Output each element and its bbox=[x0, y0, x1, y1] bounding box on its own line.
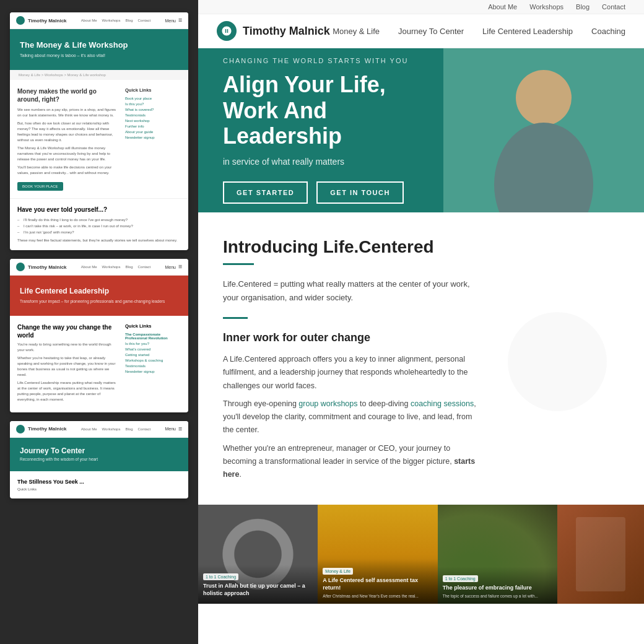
blog-card-3-excerpt: The topic of success and failure comes u… bbox=[443, 593, 552, 599]
inner-work-para3: Whether you're an entrepreneur, manager … bbox=[223, 442, 483, 482]
hero-tagline: in service of what really matters bbox=[223, 157, 441, 167]
card1-body-2: But, how often do we look closer at our … bbox=[17, 121, 119, 143]
blog-card-3-overlay: 1 to 1 Coaching The pleasure of embracin… bbox=[438, 567, 557, 604]
intro-circle-decoration bbox=[495, 237, 619, 486]
ql2-compassionate[interactable]: The Compassionate Professional Revolutio… bbox=[125, 333, 181, 340]
have-you-item-1: I'll finally do this thing I long to do … bbox=[17, 218, 181, 222]
preview-logo-3: Timothy Malnick bbox=[16, 425, 67, 433]
ql-next[interactable]: Next workshop bbox=[125, 119, 181, 123]
ql-testimonials[interactable]: Testimonials bbox=[125, 113, 181, 117]
top-nav-contact[interactable]: Contact bbox=[602, 3, 625, 11]
inner-work-heading: Inner work for outer change bbox=[223, 331, 483, 344]
left-preview-column: Timothy Malnick About Me Workshops Blog … bbox=[0, 0, 198, 644]
top-nav-workshops[interactable]: Workshops bbox=[529, 3, 564, 11]
nav-money-life[interactable]: Money & Life bbox=[333, 27, 380, 36]
ql2-testimonials[interactable]: Testimonials bbox=[125, 364, 181, 368]
preview-nav-2: Timothy Malnick About Me Workshops Blog … bbox=[10, 259, 188, 276]
card1-quick-links: Quick Links Book your place Is this you?… bbox=[125, 87, 181, 191]
site-nav-menu: Money & Life Journey To Center Life Cent… bbox=[333, 27, 625, 36]
btn-get-in-touch[interactable]: GET IN TOUCH bbox=[316, 181, 404, 204]
ql2-workshops[interactable]: Workshops & coaching bbox=[125, 359, 181, 362]
preview-logo-icon-3 bbox=[16, 425, 25, 433]
site-main-nav: Timothy Malnick Money & Life Journey To … bbox=[198, 14, 644, 48]
preview-nav-right-1: Menu ☰ bbox=[165, 18, 182, 23]
inner-work-para2: Through eye-opening group workshops to d… bbox=[223, 398, 483, 437]
card1-main: Money makes the world go around, right? … bbox=[17, 87, 119, 191]
preview-nav-3: Timothy Malnick About Me Workshops Blog … bbox=[10, 421, 188, 438]
card1-content: Money makes the world go around, right? … bbox=[10, 80, 188, 198]
intro-text: Introducing Life.Centered Life.Centered … bbox=[223, 237, 483, 486]
ql-guide[interactable]: About your guide bbox=[125, 130, 181, 134]
card2-main: Change the way you change the world You'… bbox=[17, 323, 119, 405]
blog-card-1-overlay: 1 to 1 Coaching Trust in Allah but tie u… bbox=[198, 565, 318, 604]
portrait-inner bbox=[557, 505, 644, 604]
ql-covered[interactable]: What is covered? bbox=[125, 108, 181, 111]
ql2-covered[interactable]: What's covered bbox=[125, 347, 181, 351]
top-nav-blog[interactable]: Blog bbox=[576, 3, 590, 11]
blog-card-3-tag: 1 to 1 Coaching bbox=[443, 575, 478, 582]
ql2-isthisfor[interactable]: Is this for you? bbox=[125, 342, 181, 346]
blog-card-2[interactable]: Money & Life A Life Centered self assess… bbox=[318, 505, 437, 604]
have-you-item-2: I can't take this risk – at work, or in … bbox=[17, 224, 181, 228]
card1-have-you-heading: Have you ever told yourself...? bbox=[17, 206, 181, 213]
site-wrapper: About Me Workshops Blog Contact Timothy … bbox=[198, 0, 644, 644]
portrait-section bbox=[557, 505, 644, 604]
blog-card-2-overlay: Money & Life A Life Centered self assess… bbox=[318, 559, 437, 604]
nav-journey[interactable]: Journey To Center bbox=[398, 27, 464, 36]
btn-get-started[interactable]: GET STARTED bbox=[223, 181, 308, 204]
card1-hero-subtitle: Talking about money is taboo – it's also… bbox=[20, 53, 178, 58]
card1-main-heading: Money makes the world go around, right? bbox=[17, 87, 119, 103]
nav-coaching[interactable]: Coaching bbox=[591, 27, 625, 36]
blog-card-2-title: A Life Centered self assessment tax retu… bbox=[323, 577, 432, 591]
inner-work-para1: A Life.Centered approach offers you a ke… bbox=[223, 353, 483, 393]
card3-hero-subtitle: Reconnecting with the wisdom of your hea… bbox=[20, 457, 178, 461]
coaching-sessions-link[interactable]: coaching sessions bbox=[411, 399, 474, 408]
card1-book-btn[interactable]: BOOK YOUR PLACE bbox=[17, 182, 63, 191]
ql2-newsletter[interactable]: Newsletter signup bbox=[125, 370, 181, 373]
bottom-section: 1 to 1 Coaching Trust in Allah but tie u… bbox=[198, 505, 644, 604]
card1-body-4: You'll become able to make life decision… bbox=[17, 165, 119, 176]
card2-quick-links: Quick Links The Compassionate Profession… bbox=[125, 323, 181, 405]
preview-card-leadership: Timothy Malnick About Me Workshops Blog … bbox=[10, 259, 188, 412]
ql-newsletter[interactable]: Newsletter signup bbox=[125, 136, 181, 139]
preview-logo-1: Timothy Malnick bbox=[16, 16, 67, 25]
hero-buttons: GET STARTED GET IN TOUCH bbox=[223, 181, 441, 204]
group-workshops-link[interactable]: group workshops bbox=[298, 399, 357, 408]
intro-body: Life.Centered = putting what really matt… bbox=[223, 277, 483, 305]
hero-title-line1: Align Your Life, bbox=[223, 72, 386, 97]
preview-card-journey: Timothy Malnick About Me Workshops Blog … bbox=[10, 421, 188, 498]
ql-book[interactable]: Book your place bbox=[125, 97, 181, 100]
card1-have-you: Have you ever told yourself...? I'll fin… bbox=[10, 198, 188, 250]
preview-nav-1: Timothy Malnick About Me Workshops Blog … bbox=[10, 12, 188, 29]
card1-body-3: The Money & Life Workshop will illuminat… bbox=[17, 146, 119, 162]
intro-section: Introducing Life.Centered Life.Centered … bbox=[198, 212, 644, 505]
preview-logo-2: Timothy Malnick bbox=[16, 263, 67, 271]
card1-hero-title: The Money & Life Workshop bbox=[20, 40, 178, 51]
blog-cards: 1 to 1 Coaching Trust in Allah but tie u… bbox=[198, 505, 557, 604]
right-main-column: About Me Workshops Blog Contact Timothy … bbox=[198, 0, 644, 644]
blog-card-1[interactable]: 1 to 1 Coaching Trust in Allah but tie u… bbox=[198, 505, 318, 604]
preview-nav-links-2: About Me Workshops Blog Contact bbox=[81, 265, 150, 269]
card3-teaser-body: Quick Links bbox=[17, 487, 181, 491]
card3-hero-title: Journey To Center bbox=[20, 446, 178, 455]
card3-teaser: The Stillness You Seek ... Quick Links bbox=[10, 471, 188, 498]
blog-card-2-tag: Money & Life bbox=[323, 568, 353, 575]
hero-title: Align Your Life, Work And Leadership bbox=[223, 72, 441, 149]
site-logo: Timothy Malnick bbox=[217, 21, 330, 41]
hero-person bbox=[443, 48, 644, 212]
nav-leadership[interactable]: Life Centered Leadership bbox=[482, 27, 573, 36]
blog-card-1-title: Trust in Allah but tie up your camel – a… bbox=[203, 583, 313, 597]
preview-nav-links-3: About Me Workshops Blog Contact bbox=[81, 427, 150, 431]
intro-divider bbox=[223, 317, 248, 319]
ql-isthisyou[interactable]: Is this you? bbox=[125, 102, 181, 106]
card2-hero-title: Life Centered Leadership bbox=[20, 287, 178, 297]
have-you-item-3: I'm just not 'good' with money? bbox=[17, 230, 181, 234]
blog-card-3-title: The pleasure of embracing failure bbox=[443, 585, 552, 592]
preview-nav-right-3: Menu ☰ bbox=[165, 427, 182, 432]
hero-subtitle: Changing the world starts with you bbox=[223, 57, 441, 64]
ql-further[interactable]: Further info bbox=[125, 124, 181, 128]
top-nav-about[interactable]: About Me bbox=[488, 3, 517, 11]
blog-card-3[interactable]: 1 to 1 Coaching The pleasure of embracin… bbox=[438, 505, 557, 604]
preview-nav-right-2: Menu ☰ bbox=[165, 264, 182, 269]
ql2-started[interactable]: Getting started bbox=[125, 353, 181, 357]
